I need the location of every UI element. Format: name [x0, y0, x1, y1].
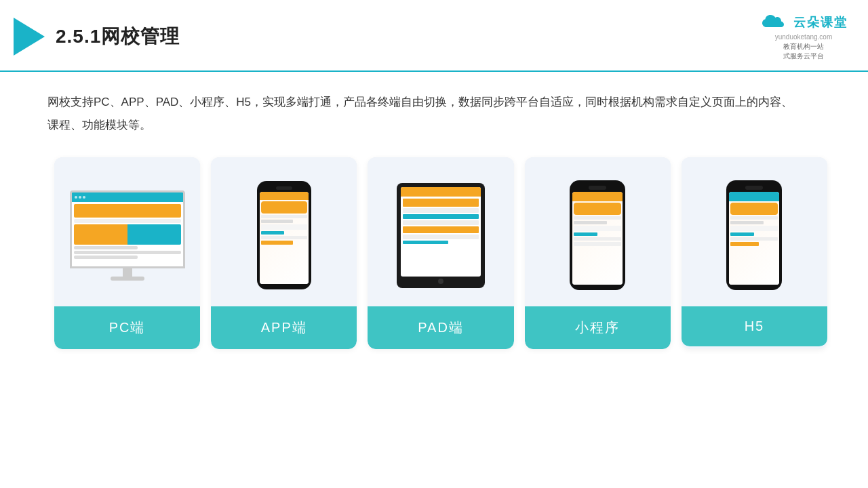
- card-pad-image: [368, 157, 513, 306]
- page-title: 2.5.1网校管理: [56, 24, 180, 49]
- cloud-logo: 云朵课堂: [760, 12, 848, 33]
- card-app-label: APP端: [211, 306, 357, 349]
- logo-text: 云朵课堂: [793, 14, 848, 30]
- logo-triangle-icon: [14, 18, 45, 56]
- card-app: APP端: [211, 157, 357, 349]
- card-pc-image: [54, 157, 200, 306]
- h5-phone-icon: [726, 180, 782, 290]
- pc-monitor-icon: [66, 190, 189, 281]
- header-right: 云朵课堂 yunduoketang.com 教育机构一站 式服务云平台: [760, 12, 848, 61]
- description-text: 网校支持PC、APP、PAD、小程序、H5，实现多端打通，产品各终端自由切换，数…: [47, 91, 793, 137]
- card-miniprogram-image: [525, 157, 671, 306]
- app-phone-icon: [257, 181, 311, 289]
- cloud-icon: [760, 12, 789, 33]
- main-content: 网校支持PC、APP、PAD、小程序、H5，实现多端打通，产品各终端自由切换，数…: [0, 72, 868, 363]
- header: 2.5.1网校管理 云朵课堂 yunduoketang.com 教育机构一站 式…: [0, 0, 868, 72]
- logo-tagline: 教育机构一站 式服务云平台: [783, 42, 824, 61]
- pad-tablet-icon: [397, 183, 485, 288]
- card-h5: H5: [682, 157, 827, 349]
- card-miniprogram-label: 小程序: [525, 306, 671, 349]
- card-h5-label: H5: [682, 306, 827, 346]
- miniprogram-phone-icon: [570, 180, 625, 290]
- card-pc: PC端: [54, 157, 200, 349]
- logo-url: yunduoketang.com: [775, 33, 833, 41]
- card-app-image: [211, 157, 357, 306]
- header-left: 2.5.1网校管理: [14, 18, 180, 56]
- card-h5-image: [682, 157, 827, 306]
- card-pc-label: PC端: [54, 306, 200, 349]
- card-pad: PAD端: [368, 157, 513, 349]
- card-miniprogram: 小程序: [525, 157, 671, 349]
- cards-container: PC端: [47, 157, 834, 349]
- card-pad-label: PAD端: [368, 306, 513, 349]
